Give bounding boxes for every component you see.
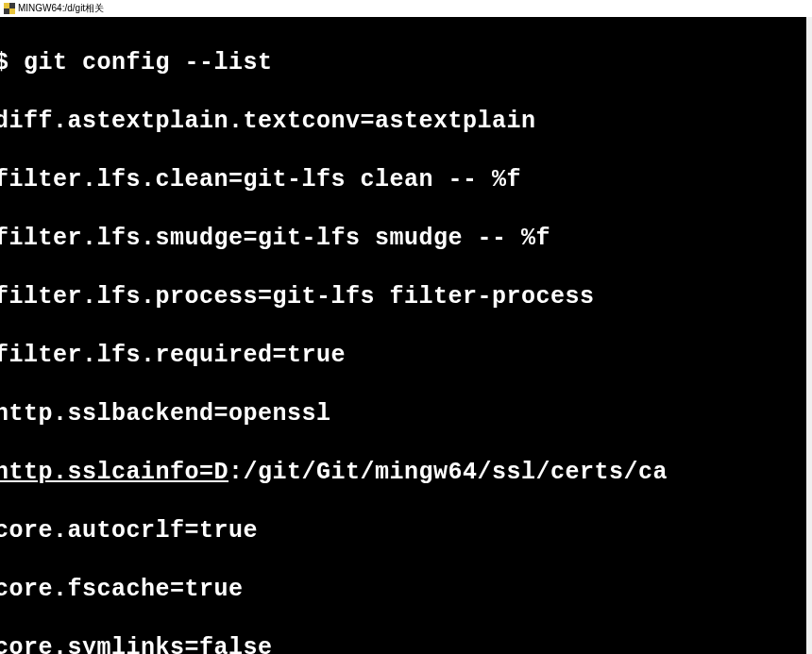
window-title-text: MINGW64:/d/git相关 — [18, 2, 104, 15]
output-line: core.symlinks=false — [0, 633, 806, 654]
output-line: diff.astextplain.textconv=astextplain — [0, 107, 806, 136]
output-line: core.fscache=true — [0, 575, 806, 604]
output-line: core.autocrlf=true — [0, 516, 806, 545]
path-suffix: :/git/Git/mingw64/ssl/certs/ca — [228, 459, 668, 486]
command-text: git config --list — [24, 49, 273, 76]
output-line: filter.lfs.required=true — [0, 341, 806, 370]
svg-rect-0 — [4, 3, 9, 8]
output-line: http.sslbackend=openssl — [0, 399, 806, 428]
window-icon — [4, 3, 15, 14]
svg-rect-1 — [9, 3, 15, 8]
output-line: filter.lfs.smudge=git-lfs smudge -- %f — [0, 224, 806, 253]
terminal-window[interactable]: $ git config --list diff.astextplain.tex… — [0, 17, 806, 654]
svg-rect-2 — [4, 8, 9, 14]
svg-rect-3 — [9, 8, 15, 14]
output-line: filter.lfs.process=git-lfs filter-proces… — [0, 282, 806, 311]
command-line: $ git config --list — [0, 48, 806, 77]
output-line: http.sslcainfo=D:/git/Git/mingw64/ssl/ce… — [0, 458, 806, 487]
underlined-path: http.sslcainfo=D — [0, 459, 228, 486]
output-line: filter.lfs.clean=git-lfs clean -- %f — [0, 165, 806, 194]
window-title-bar: MINGW64:/d/git相关 — [0, 0, 812, 17]
prompt-symbol: $ — [0, 49, 24, 76]
